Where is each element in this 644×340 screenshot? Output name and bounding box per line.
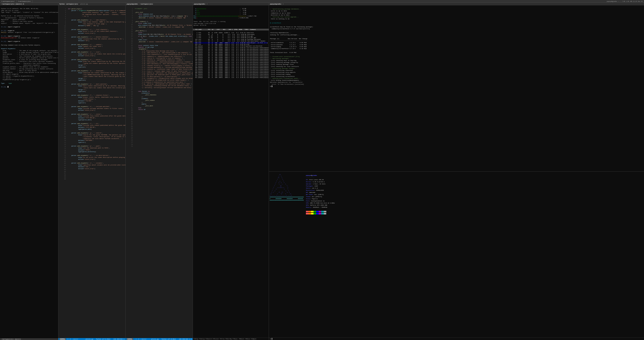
- editor-line-col: 11% 320/322 1: [114, 338, 124, 340]
- tmux-tab-1[interactable]: 1:workspace/ytcc*: [0, 0, 17, 3]
- htop-column-header: PID USER PRI NI VIRT RES SHR S CPU% MEM%…: [193, 29, 269, 31]
- editor-file-subtitle: ytccli.py: [80, 3, 88, 5]
- shell-file-title: popeye@gladko: ~/workspace/ytcc: [127, 3, 153, 5]
- pacman-header: popeye@gladko: ~: [269, 3, 644, 5]
- pane-shell-script: popeye@gladko: ~/workspace/ytcc 1 2 3 4 …: [126, 3, 193, 340]
- pane-code-editor: Python: workspace/ytcc ytccli.py 1 2 3 4…: [58, 3, 126, 340]
- neofetch-prompt-text: $ ▊: [270, 338, 272, 340]
- neofetch-content[interactable]: /\ / \ /\ \ / \ / ,, \ / | | \ / -- -- \…: [269, 172, 644, 338]
- tmux-tab-1-label: 1:workspace/ytcc*: [2, 1, 15, 2]
- neofetch-ascii: /\ / \ /\ \ / \ / ,, \ / | | \ / -- -- \…: [270, 172, 304, 337]
- pane-shell-header: popeye@gladko: ~/workspace/ytcc: [126, 3, 193, 5]
- htop-content[interactable]: 1[|||||||||||| ] 12.9% 2[||| ] 3.9% 3[||…: [193, 5, 269, 338]
- code-text: def parse_args(): parser = argparse.Argu…: [67, 6, 126, 337]
- pane-python-header: ~/workspace/ytcc [master] $: [0, 3, 58, 5]
- pane-python-title: ~/workspace/ytcc [master] $: [1, 3, 24, 5]
- shell-filename: ytccli.py: [151, 338, 159, 340]
- code-view: 1 2 3 4 5 6 7 8 9 10 11 12 13 14 15 16 1…: [58, 5, 126, 338]
- shell-code-view: 1 2 3 4 5 6 7 8 9 10 11 12 13 14 15 16 1…: [126, 5, 193, 338]
- python-terminal-text: Python 5.8.0 (default, Dec 24 2020, 08:4…: [0, 5, 58, 338]
- tmux-right-info: popeye@gladko :: ~ 7.6K 1.5K 10% 11:23 S…: [605, 1, 644, 2]
- shell-content[interactable]: 1 2 3 4 5 6 7 8 9 10 11 12 13 14 15 16 1…: [126, 5, 193, 338]
- shell-status-bar: NORMAL 4 -0 --master ytccli.py Python ut…: [126, 338, 193, 340]
- pane-right-split: popeye@gladko: ~ :: Synchronizing packag…: [269, 3, 644, 340]
- editor-git-branch: 4 -0 --master: [68, 338, 78, 340]
- editor-position: Python utf-8-8bit: [96, 338, 110, 340]
- htop-title: popeye@gladko: ~: [194, 3, 208, 5]
- pane-htop: popeye@gladko: ~ 1[|||||||||||| ] 12.9% …: [193, 3, 269, 340]
- pane-neofetch: /\ / \ /\ \ / \ / ,, \ / | | \ / -- -- \…: [269, 172, 644, 340]
- shell-code-text: #!compdef _ytcc _ytcc_list local channel…: [134, 6, 193, 337]
- shell-pos: 11% 320/322 1 5: [179, 338, 192, 340]
- pacman-title: popeye@gladko: ~: [270, 3, 284, 5]
- htop-cpu-bars: 1[|||||||||||| ] 12.9% 2[||| ] 3.9% 3[||…: [193, 5, 269, 29]
- tmux-status-bar: 1:workspace/ytcc* 2:workspace/ytcc popey…: [0, 0, 644, 3]
- editor-content[interactable]: 1 2 3 4 5 6 7 8 9 10 11 12 13 14 15 16 1…: [58, 5, 126, 338]
- shell-git: 4 -0 --master: [136, 338, 147, 340]
- pane-python-status-text: ~/workspace/ytcc [master]: [1, 338, 21, 340]
- pane-python-content[interactable]: Python 5.8.0 (default, Dec 24 2020, 08:4…: [0, 5, 58, 338]
- pane-python: ~/workspace/ytcc [master] $ Python 5.8.0…: [0, 3, 58, 340]
- tmux-tab-2[interactable]: 2:workspace/ytcc: [17, 0, 32, 3]
- vim-mode: NORMAL: [60, 338, 66, 340]
- shell-vim-mode: NORMAL: [127, 338, 133, 340]
- shell-encoding: Python utf-8-8bit: [162, 338, 176, 340]
- htop-footer: F1Help F2Setup F3Search F4Filter F5Tree …: [193, 338, 269, 340]
- pacman-content[interactable]: :: Synchronizing package databases... ex…: [269, 5, 644, 171]
- pane-pacman: popeye@gladko: ~ :: Synchronizing packag…: [269, 3, 644, 172]
- shell-line-numbers: 1 2 3 4 5 6 7 8 9 10 11 12 13 14 15 16 1…: [126, 6, 134, 337]
- neofetch-info: popeye@gladko ---------- OS: Arch Linux …: [306, 172, 335, 337]
- neofetch-prompt: $ ▊: [269, 337, 644, 340]
- line-numbers: 1 2 3 4 5 6 7 8 9 10 11 12 13 14 15 16 1…: [58, 6, 67, 337]
- htop-header-bar: popeye@gladko: ~: [193, 3, 269, 5]
- pane-python-status: ~/workspace/ytcc [master]: [0, 338, 58, 340]
- pane-editor-header: Python: workspace/ytcc ytccli.py: [58, 3, 126, 5]
- tmux-tab-2-label: 2:workspace/ytcc: [18, 1, 31, 2]
- htop-help-keys: F1Help F2Setup F3Search F4Filter F5Tree …: [194, 338, 256, 340]
- tmux-right-text: popeye@gladko :: ~ 7.6K 1.5K 10% 11:23 S…: [607, 1, 642, 2]
- editor-filename: ytccli.py: [86, 338, 93, 340]
- editor-file-title: Python: workspace/ytcc: [60, 3, 78, 5]
- htop-process-list: 1 root 20 0 172M 16254 11290 S 0.0 0.1 0…: [193, 31, 269, 80]
- editor-status-bar: NORMAL 4 -0 --master ytccli.py Python ut…: [58, 338, 126, 340]
